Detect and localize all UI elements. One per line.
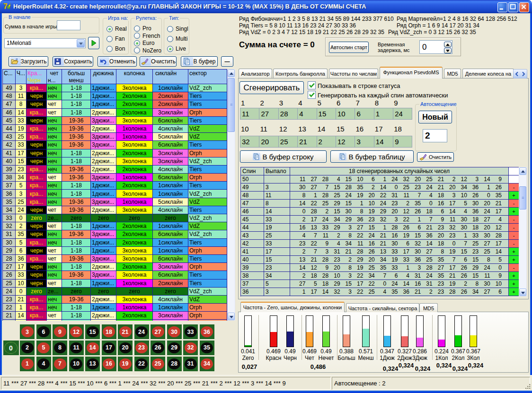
table-row[interactable]: 4325кра...неч19-363дюжи...1колонка5сикла… [2,133,227,141]
radio-multi[interactable]: Multi [167,35,187,42]
gen-table-row[interactable]: 42 33 2322943411162130632141807252717 - [241,240,519,248]
gen-column-header[interactable]: Выпало [264,167,290,175]
table-row[interactable]: 3923кра...неч19-362дюжи...2колонка4сикла… [2,166,227,174]
clear-button[interactable]: Очистить [140,56,177,67]
checkbox-show-status[interactable] [308,81,316,89]
board-cell-34[interactable]: 34 [200,357,214,371]
column-header[interactable] [16,77,27,84]
board-cell-29[interactable]: 29 [167,341,182,355]
board-cell-13[interactable]: 13 [85,357,100,371]
table-row[interactable]: 330zeroze...zerozerozerozeroVdZ_zch [2,214,227,222]
board-cell-15[interactable]: 15 [85,324,100,339]
gen-table-row[interactable]: 50 112728415106124322025212123149 [241,175,519,183]
column-header[interactable]: Кра... [27,69,47,77]
board-cell-20[interactable]: 20 [118,341,133,355]
column-header[interactable]: сиклайн [153,69,188,77]
board-cell-17[interactable]: 17 [102,341,116,355]
table-row[interactable]: 4117черннеч1-182дюжи...2колонка3сиклайнO… [2,149,227,157]
column-header[interactable]: дюжина [91,69,116,77]
table-row[interactable]: 3525кра...неч19-363дюжи...1колонка5сикла… [2,198,227,206]
copy-button[interactable]: В буфер [181,56,218,67]
column-header[interactable] [153,77,188,84]
gen-table-row[interactable]: 39 23 1412920819253533132827172629240 - [241,264,519,272]
board-cell-32[interactable]: 32 [183,341,198,355]
table-row[interactable]: 240zeroze...zerozerozerozeroVdZ_zch [2,288,227,296]
board-cell-21[interactable]: 21 [118,324,133,339]
radio-real[interactable]: Real [106,26,127,32]
autoshift-input[interactable]: 2 [423,129,447,142]
board-cell-36[interactable]: 36 [200,324,214,339]
radio-pro[interactable]: Pro [134,25,151,32]
column-header[interactable]: чет [47,69,62,77]
tab-3[interactable]: Функционал PsevdoMS [380,67,443,79]
table-row[interactable]: 4419кра...неч19-362дюжи...1колонка4сикла… [2,125,227,133]
column-header[interactable]: менш [62,77,91,84]
gen-table-row[interactable]: 36 3 1171432322254353621223282634276 + [241,288,519,296]
spins-table-scrollbar[interactable] [227,69,235,321]
gen-table-row[interactable]: 46 14 0282153081929201226186144362417 + [241,208,519,216]
tab-scroll-buttons[interactable] [513,69,527,79]
board-cell-8[interactable]: 8 [53,341,67,355]
gen-table-row[interactable]: 44 19 161333293271512826621233230182012 … [241,224,519,232]
title-bar[interactable]: 7 HelperRoullet 4.32- create helperroull… [0,0,532,13]
column-header[interactable]: колонка [116,69,153,77]
resize-grip-icon[interactable] [525,384,532,390]
board-cell-11[interactable]: 11 [69,341,84,355]
board-cell-22[interactable]: 22 [134,357,149,371]
board-cell-19[interactable]: 19 [118,357,133,371]
gen-table-row[interactable]: 48 11 812825241920223111741831026035 + [241,192,519,200]
radio-bon[interactable]: Bon [106,45,125,52]
scroll-up-icon[interactable] [519,167,526,175]
table-row[interactable]: 4811черннеч1-181дюжи...2колонка2сиклайнT… [2,92,227,100]
scroll-down-icon[interactable] [228,313,235,320]
undo-button[interactable]: Отменить [98,56,137,67]
radio-singl[interactable]: Singl [167,26,188,32]
scrollbar-thumb[interactable] [228,78,235,132]
board-cell-10[interactable]: 10 [69,357,84,371]
freq-tab-0[interactable]: Частота - Zero, шансы, дюжины, колонки [240,302,345,312]
minimize-button[interactable] [497,2,507,12]
gen-table-row[interactable]: 38 34 218281032234764312435212615119 + [241,272,519,280]
board-cell-26[interactable]: 26 [151,341,165,355]
board-cell-9[interactable]: 9 [53,324,67,339]
table-row[interactable]: 3135черннеч19-363дюжи...2колонка6сиклайн… [2,230,227,238]
board-cell-6[interactable]: 6 [36,324,51,339]
gen-table-row[interactable]: 37 5 27518291517220241416312319283010 + [241,280,519,288]
close-button[interactable] [519,2,529,12]
freq-tab-2[interactable]: MD5 [419,303,438,312]
generate-button[interactable]: Сгенерировать [239,81,304,94]
generated-numbers-table[interactable]: Спин Выпало 18 сгенерированных случайных… [240,167,519,297]
table-row[interactable]: 2321кра...неч19-362дюжи...3колонка4сикла… [2,296,227,304]
scroll-down-icon[interactable] [519,288,526,296]
table-row[interactable]: 2510чернчет1-181дюжи...1колонка2сиклайнT… [2,279,227,288]
table-row[interactable]: 375кра...неч1-181дюжи...2колонка1сиклайн… [2,182,227,190]
column-header[interactable]: сектор [188,69,227,77]
table-row[interactable]: 2633черннеч19-363дюжи...3колонка6сиклайн… [2,271,227,279]
scroll-up-icon[interactable] [228,70,235,77]
tab-5[interactable]: Деление колеса на [462,69,514,79]
column-header[interactable]: больш [62,69,91,77]
delay-spin-up-icon[interactable] [444,42,452,47]
table-row[interactable]: 2717черннеч1-182дюжи...2колонка3сиклайнO… [2,263,227,271]
clear-gen-button[interactable]: Очистить [417,152,454,162]
table-row[interactable]: 4614кра...чет1-182дюжи...2колонка3сиклай… [2,109,227,117]
table-row[interactable]: 322чернчет1-181дюжи...2колонка1сиклайнVd… [2,222,227,230]
board-cell-23[interactable]: 23 [134,341,149,355]
spins-table[interactable]: С...Ч...Кра...четбольшдюжинаколонкасикла… [2,69,227,321]
copy-table-button[interactable]: В буфер таблицу [330,150,414,163]
board-cell-18[interactable]: 18 [102,324,116,339]
gen-table-row[interactable]: 43 25 4711282224211619153620231333028 - [241,232,519,240]
board-cell-2[interactable]: 2 [20,341,35,355]
board-cell-14[interactable]: 14 [85,341,100,355]
save-button[interactable]: Сохранить [53,56,93,67]
board-cell-33[interactable]: 33 [183,324,198,339]
table-row[interactable]: 2114кра...чет1-182дюжи...2колонка3сиклай… [2,312,227,320]
delay-spin-down-icon[interactable] [444,48,452,53]
table-row[interactable]: 305кра...неч1-181дюжи...2колонка1сиклайн… [2,239,227,247]
table-row[interactable]: 296чернчет1-181дюжи...3колонка1сиклайнOr… [2,247,227,255]
gen-table-row[interactable]: 49 3 30277152835214025232421203436126 - [241,183,519,192]
scrollbar-thumb[interactable] [519,186,526,210]
table-row[interactable]: 4015черннеч1-182дюжи...3колонка3сиклайнV… [2,157,227,166]
column-header[interactable] [188,77,227,84]
autoshift-new-button[interactable]: Новый [418,111,452,123]
